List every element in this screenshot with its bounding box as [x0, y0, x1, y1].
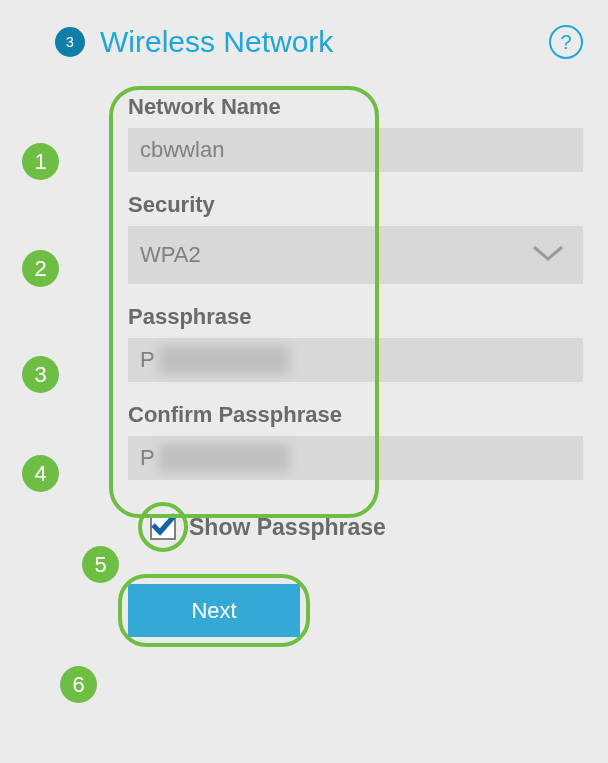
passphrase-prefix: P — [140, 347, 155, 373]
question-mark-icon: ? — [560, 31, 571, 54]
show-passphrase-row: Show Passphrase — [128, 502, 608, 552]
callout-3: 3 — [22, 356, 59, 393]
page-title: Wireless Network — [100, 25, 333, 59]
security-select[interactable] — [128, 226, 583, 284]
confirm-passphrase-field: Confirm Passphrase P — [128, 402, 608, 480]
callout-5: 5 — [82, 546, 119, 583]
confirm-passphrase-masked — [159, 444, 289, 472]
passphrase-input[interactable]: P — [128, 338, 583, 382]
callout-2: 2 — [22, 250, 59, 287]
confirm-passphrase-prefix: P — [140, 445, 155, 471]
show-passphrase-checkbox[interactable] — [150, 514, 176, 540]
network-name-field: Network Name — [128, 94, 608, 172]
next-button[interactable]: Next — [128, 584, 300, 637]
next-button-label: Next — [191, 598, 236, 623]
callout-4: 4 — [22, 455, 59, 492]
passphrase-field: Passphrase P — [128, 304, 608, 382]
security-label: Security — [128, 192, 608, 218]
check-icon — [149, 511, 177, 539]
passphrase-masked — [159, 346, 289, 374]
network-name-input[interactable] — [128, 128, 583, 172]
checkbox-highlight — [138, 502, 188, 552]
page-header: 3 Wireless Network ? — [0, 0, 608, 74]
help-button[interactable]: ? — [549, 25, 583, 59]
passphrase-label: Passphrase — [128, 304, 608, 330]
network-name-label: Network Name — [128, 94, 608, 120]
callout-1: 1 — [22, 143, 59, 180]
confirm-passphrase-input[interactable]: P — [128, 436, 583, 480]
next-button-row: Next — [128, 584, 608, 637]
security-select-wrap — [128, 226, 583, 284]
callout-6: 6 — [60, 666, 97, 703]
security-field: Security — [128, 192, 608, 284]
step-number-badge: 3 — [55, 27, 85, 57]
confirm-passphrase-label: Confirm Passphrase — [128, 402, 608, 428]
show-passphrase-label: Show Passphrase — [189, 514, 386, 541]
step-number: 3 — [66, 34, 74, 50]
